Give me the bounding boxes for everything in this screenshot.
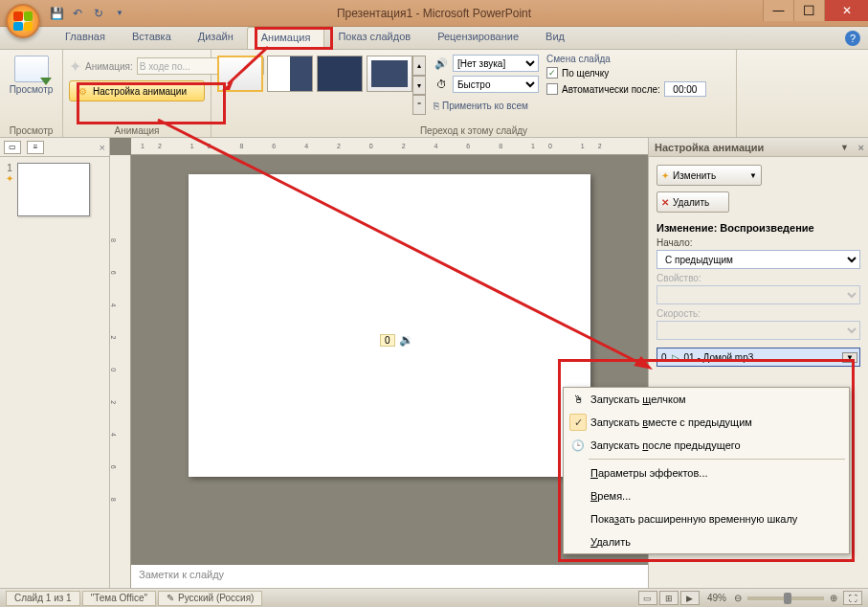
property-label: Свойство: — [657, 273, 860, 283]
menu-start-after-previous[interactable]: 🕒 Запускать после предыдущего — [564, 434, 849, 457]
quick-access-toolbar: 💾 ↶ ↻ ▼ — [48, 5, 128, 22]
transition-none[interactable] — [217, 56, 263, 92]
auto-after-label: Автоматически после: — [562, 84, 660, 95]
delete-x-icon: ✕ — [661, 197, 669, 208]
tab-review[interactable]: Рецензирование — [424, 27, 532, 49]
minimize-button[interactable]: — — [763, 0, 793, 21]
slideshow-view-button[interactable]: ▶ — [680, 591, 700, 605]
slides-tab[interactable]: ▭ — [4, 141, 21, 154]
sound-select[interactable]: [Нет звука] — [453, 55, 539, 72]
tab-design[interactable]: Дизайн — [185, 27, 247, 49]
office-logo-icon — [13, 11, 33, 31]
custom-anim-label: Настройка анимации — [93, 86, 187, 97]
zoom-in-button[interactable]: ⊕ — [830, 593, 837, 603]
transition-fade[interactable] — [317, 56, 363, 92]
pane-dropdown-icon[interactable]: ▼ — [840, 143, 849, 152]
ribbon-tabs: Главная Вставка Дизайн Анимация Показ сл… — [0, 27, 868, 50]
spellcheck-icon: ✎ — [167, 593, 174, 603]
redo-icon[interactable]: ↻ — [90, 5, 107, 22]
gear-star-icon: ⚙ — [76, 84, 89, 98]
tab-view[interactable]: Вид — [532, 27, 578, 49]
save-icon[interactable]: 💾 — [48, 5, 65, 22]
menu-start-on-click[interactable]: 🖱 Запускать щелчком — [564, 388, 849, 411]
preview-label: Просмотр — [10, 84, 54, 95]
slide-thumbnail-1[interactable]: 1 ✦ — [6, 163, 103, 216]
star-icon: ✦ — [661, 170, 669, 181]
titlebar: 💾 ↶ ↻ ▼ Презентация1 - Microsoft PowerPo… — [0, 0, 868, 27]
play-triangle-icon: ▷ — [672, 352, 679, 363]
delete-effect-button[interactable]: ✕ Удалить — [657, 191, 729, 213]
zoom-out-button[interactable]: ⊖ — [734, 593, 742, 603]
apply-to-all-button[interactable]: ⎘ Применить ко всем — [434, 101, 528, 111]
transition-box[interactable] — [367, 56, 412, 92]
thumb-number: 1 — [7, 163, 12, 173]
help-icon[interactable]: ? — [845, 31, 860, 46]
animation-order-tag: 0 — [380, 334, 395, 347]
close-button[interactable]: ✕ — [824, 0, 868, 21]
group-animation: ✦ Анимация: ⚙ Настройка анимации Анимаци… — [63, 50, 211, 137]
pane-header: Настройка анимации ▼ × — [649, 138, 868, 157]
window-title: Презентация1 - Microsoft PowerPoint — [337, 7, 531, 20]
tab-animation[interactable]: Анимация — [247, 27, 325, 49]
vertical-ruler: 8 6 4 2 0 2 4 6 8 — [110, 155, 131, 588]
menu-remove[interactable]: Удалить — [564, 530, 849, 553]
ribbon: Просмотр Просмотр ✦ Анимация: ⚙ Настройк… — [0, 50, 868, 138]
tab-slideshow[interactable]: Показ слайдов — [324, 27, 424, 49]
group-preview: Просмотр Просмотр — [0, 50, 63, 137]
normal-view-button[interactable]: ▭ — [638, 591, 657, 605]
slide-panel: ▭ ≡ × 1 ✦ — [0, 138, 110, 588]
animation-indicator-icon: ✦ — [6, 173, 13, 184]
start-select[interactable]: С предыдущим — [657, 250, 860, 269]
horizontal-ruler: 12 10 8 6 4 2 0 2 4 6 8 10 12 — [131, 138, 648, 155]
maximize-button[interactable]: ☐ — [793, 0, 824, 21]
gallery-up-icon[interactable]: ▴ — [412, 56, 426, 76]
status-theme: "Тема Office" — [82, 591, 156, 606]
media-object[interactable]: 0 🔉 — [380, 333, 413, 347]
chevron-down-icon: ▼ — [749, 171, 757, 180]
effect-name: 01 - Домой.mp3 — [684, 352, 754, 363]
undo-icon[interactable]: ↶ — [69, 5, 86, 22]
preview-button[interactable]: Просмотр — [6, 52, 56, 99]
auto-after-time-input[interactable] — [664, 81, 706, 97]
menu-start-with-previous[interactable]: Запускать вместе с предыдущим — [564, 411, 849, 434]
speaker-icon: 🔉 — [399, 333, 413, 347]
menu-show-timeline[interactable]: Показать расширенную временную шкалу — [564, 507, 849, 530]
tab-insert[interactable]: Вставка — [119, 27, 185, 49]
status-slide-count: Слайд 1 из 1 — [6, 591, 80, 606]
auto-after-checkbox[interactable] — [546, 83, 558, 95]
close-panel-icon[interactable]: × — [100, 142, 105, 153]
tab-home[interactable]: Главная — [52, 27, 119, 49]
slide-panel-tabs: ▭ ≡ × — [0, 138, 109, 157]
transition-cut[interactable] — [267, 56, 313, 92]
status-language[interactable]: ✎ Русский (Россия) — [158, 591, 262, 606]
zoom-percent: 49% — [707, 593, 726, 603]
menu-timing[interactable]: Время... — [564, 484, 849, 507]
change-label: Изменить — [673, 170, 716, 181]
slide-canvas[interactable]: 0 🔉 — [189, 174, 590, 477]
close-pane-icon[interactable]: × — [858, 142, 864, 153]
fit-window-button[interactable]: ⛶ — [843, 591, 862, 605]
on-click-label: По щелчку — [562, 68, 609, 79]
property-select — [657, 285, 860, 304]
gallery-down-icon[interactable]: ▾ — [412, 76, 426, 96]
custom-animation-button[interactable]: ⚙ Настройка анимации — [69, 80, 205, 101]
zoom-slider[interactable] — [747, 596, 824, 600]
menu-effect-params[interactable]: Параметры эффектов... — [564, 461, 849, 484]
effect-dropdown-icon[interactable]: ▼ — [842, 352, 857, 363]
sorter-view-button[interactable]: ⊞ — [659, 591, 679, 605]
on-click-checkbox[interactable]: ✓ — [546, 67, 558, 79]
gallery-more-icon[interactable]: ⁼ — [412, 95, 426, 115]
qat-dropdown-icon[interactable]: ▼ — [111, 5, 128, 22]
sound-icon: 🔊 — [434, 56, 449, 71]
delete-label: Удалить — [673, 197, 709, 208]
notes-area[interactable]: Заметки к слайду — [131, 561, 648, 588]
effect-list-item[interactable]: 0 ▷ 01 - Домой.mp3 ▼ — [657, 348, 860, 367]
speed-select[interactable]: Быстро — [453, 76, 539, 93]
office-button[interactable] — [6, 4, 40, 38]
zoom-thumb[interactable] — [784, 593, 791, 604]
group-transition: ▴ ▾ ⁼ 🔊 [Нет звука] ⏱ Быстро ⎘ Применить… — [211, 50, 737, 137]
change-effect-button[interactable]: ✦ Изменить ▼ — [657, 165, 762, 186]
preview-slide-icon — [14, 56, 49, 82]
outline-tab[interactable]: ≡ — [27, 141, 44, 154]
thumbnail-image — [17, 163, 90, 216]
